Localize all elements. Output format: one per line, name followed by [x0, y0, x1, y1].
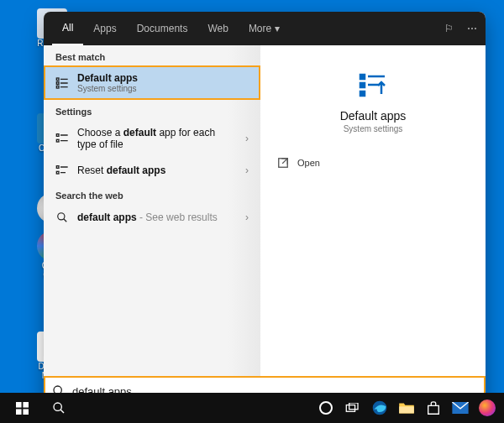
start-button[interactable] — [5, 395, 39, 420]
best-match-subtitle: System settings — [77, 84, 249, 93]
detail-pane: Default apps System settings Open — [260, 45, 486, 376]
open-label: Open — [297, 158, 320, 168]
chevron-right-icon: › — [245, 164, 249, 176]
best-match-label: Best match — [44, 45, 260, 65]
settings-label: Settings — [44, 100, 260, 120]
search-web-label: Search the web — [44, 184, 260, 204]
svg-rect-10 — [56, 166, 59, 169]
svg-rect-27 — [16, 409, 22, 415]
tab-all[interactable]: All — [52, 12, 83, 45]
tab-documents[interactable]: Documents — [127, 12, 198, 45]
open-icon — [277, 157, 289, 169]
chevron-right-icon: › — [245, 133, 249, 144]
taskbar — [0, 393, 504, 423]
search-panel: All Apps Documents Web More ▾ ⚐ ⋯ Best m… — [44, 12, 486, 406]
store-icon[interactable] — [422, 396, 445, 420]
search-tabs: All Apps Documents Web More ▾ ⚐ ⋯ — [44, 12, 486, 45]
svg-line-30 — [60, 410, 64, 413]
svg-rect-26 — [23, 402, 29, 408]
web-result-text: default apps - See web results — [77, 212, 237, 223]
results-column: Best match Default apps System settings … — [44, 45, 260, 376]
svg-rect-32 — [349, 403, 358, 410]
detail-title: Default apps — [340, 109, 407, 123]
firefox-icon[interactable] — [475, 396, 499, 420]
tab-more[interactable]: More ▾ — [239, 12, 290, 45]
chevron-right-icon: › — [245, 212, 249, 223]
svg-rect-25 — [16, 402, 22, 408]
default-apps-icon — [55, 76, 69, 90]
svg-rect-31 — [346, 405, 354, 412]
settings-result-1-text: Choose a default app for each type of fi… — [77, 127, 237, 150]
tab-web[interactable]: Web — [197, 12, 238, 45]
tab-apps[interactable]: Apps — [83, 12, 126, 45]
svg-rect-2 — [56, 86, 59, 88]
svg-rect-11 — [56, 171, 59, 174]
file-explorer-icon[interactable] — [395, 396, 418, 420]
default-apps-large-icon — [358, 70, 388, 101]
best-match-title: Default apps — [77, 72, 249, 84]
svg-rect-17 — [360, 83, 365, 87]
chevron-down-icon: ▾ — [275, 23, 280, 34]
reset-icon — [55, 164, 69, 177]
svg-rect-0 — [56, 78, 59, 81]
settings-result-1[interactable]: Choose a default app for each type of fi… — [44, 120, 260, 157]
svg-point-14 — [58, 213, 65, 220]
edge-icon[interactable] — [368, 396, 391, 420]
settings-result-2-text: Reset default apps — [77, 164, 237, 176]
task-view-icon[interactable] — [341, 396, 365, 420]
detail-subtitle: System settings — [344, 124, 403, 133]
svg-rect-18 — [360, 91, 365, 96]
feedback-icon[interactable]: ⚐ — [444, 23, 454, 34]
web-result[interactable]: default apps - See web results › — [44, 204, 260, 231]
more-options-icon[interactable]: ⋯ — [467, 23, 477, 34]
svg-rect-34 — [399, 406, 414, 413]
svg-rect-6 — [56, 134, 59, 137]
svg-rect-1 — [56, 81, 59, 84]
svg-rect-7 — [56, 139, 59, 142]
svg-point-29 — [54, 403, 61, 410]
cortana-icon[interactable] — [314, 396, 338, 420]
best-match-result[interactable]: Default apps System settings — [44, 65, 260, 100]
mail-icon[interactable] — [449, 396, 472, 420]
svg-line-22 — [282, 159, 287, 164]
search-icon — [55, 211, 69, 224]
svg-rect-16 — [360, 75, 365, 79]
list-check-icon — [55, 132, 69, 145]
open-action[interactable]: Open — [260, 149, 486, 177]
svg-line-15 — [64, 219, 67, 222]
svg-rect-28 — [23, 409, 29, 415]
taskbar-search[interactable] — [42, 395, 76, 420]
settings-result-2[interactable]: Reset default apps › — [44, 157, 260, 184]
